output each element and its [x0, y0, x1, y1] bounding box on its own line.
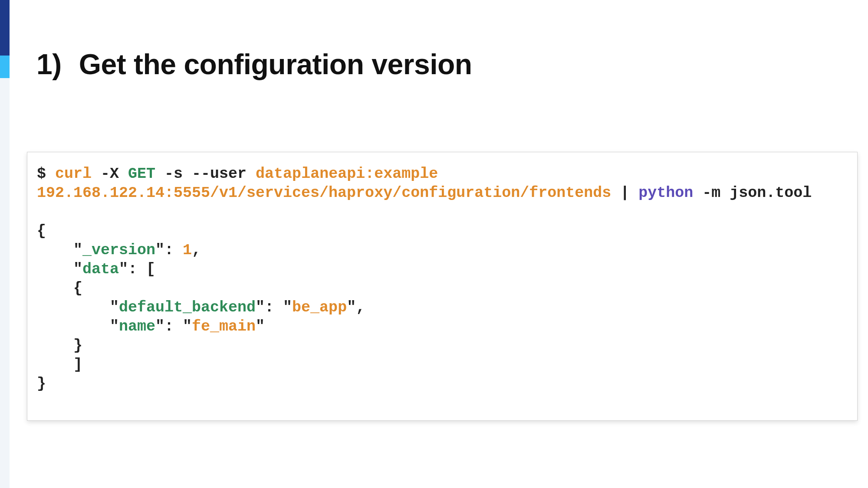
code-curl-flags: -s --user: [155, 165, 256, 183]
code-json-key: name: [119, 318, 155, 335]
code-json-close: }: [37, 375, 46, 393]
slide-title: 1) Get the configuration version: [36, 48, 472, 81]
accent-bar-dark: [0, 0, 10, 56]
code-pipe: |: [611, 184, 638, 202]
code-flag-x: -X: [92, 165, 128, 183]
code-block: $ curl -X GET -s --user dataplaneapi:exa…: [27, 152, 858, 421]
accent-bar-faint: [0, 78, 10, 488]
code-json-close-obj: }: [37, 337, 82, 354]
code-line-text: ": [: [119, 261, 155, 278]
code-json-open-obj: {: [37, 280, 82, 297]
code-json-string: fe_main: [192, 318, 256, 335]
code-http-method: GET: [128, 165, 155, 183]
code-line-text: ": [37, 242, 82, 259]
code-url: 192.168.122.14:5555/v1/services/haproxy/…: [37, 184, 611, 202]
code-line-text: ": ": [155, 318, 192, 335]
code-json-close-arr: ]: [37, 356, 82, 373]
code-line-text: ": ": [256, 299, 292, 316]
code-json-string: be_app: [292, 299, 347, 316]
code-line-text: ": [37, 261, 82, 278]
code-line-text: ": [37, 318, 119, 335]
code-json-open: {: [37, 223, 46, 240]
code-line-text: ":: [155, 242, 183, 259]
code-line-text: ": [37, 299, 119, 316]
code-json-key: data: [82, 261, 119, 278]
code-line-text: ,: [192, 242, 201, 259]
code-json-number: 1: [183, 242, 192, 259]
code-json-key: default_backend: [119, 299, 256, 316]
code-json-key: _version: [82, 242, 155, 259]
code-line-text: ",: [347, 299, 365, 316]
accent-bar-light: [0, 56, 10, 78]
code-python-args: -m json.tool: [693, 184, 812, 202]
code-prompt: $: [37, 165, 55, 183]
slide-title-text: Get the configuration version: [79, 48, 472, 81]
code-cmd-curl: curl: [55, 165, 92, 183]
code-python-cmd: python: [638, 184, 693, 202]
code-line-text: ": [256, 318, 265, 335]
code-credentials: dataplaneapi:example: [256, 165, 438, 183]
slide-title-number: 1): [36, 48, 62, 81]
